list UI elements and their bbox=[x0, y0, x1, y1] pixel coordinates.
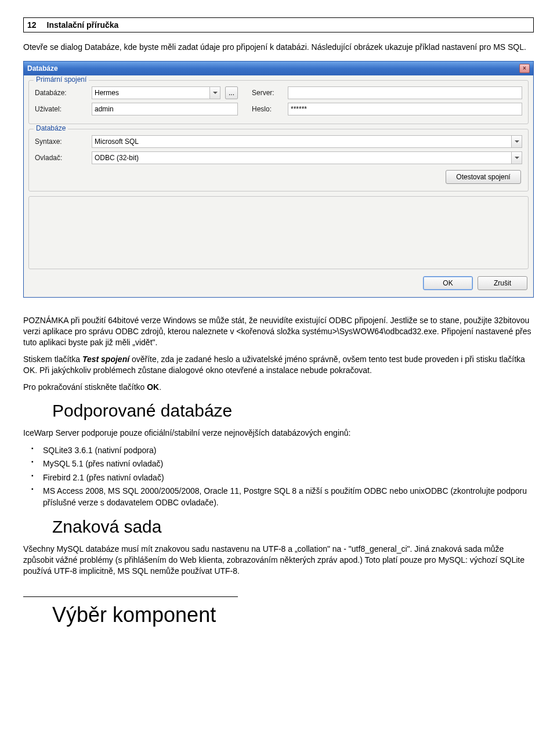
chevron-down-icon[interactable] bbox=[209, 87, 220, 99]
chevron-down-icon[interactable] bbox=[511, 152, 522, 164]
dialog-title: Databáze bbox=[27, 64, 58, 73]
database-legend: Databáze bbox=[34, 124, 68, 132]
server-input[interactable] bbox=[288, 86, 522, 99]
password-input[interactable] bbox=[288, 103, 522, 115]
browse-button[interactable]: ... bbox=[225, 86, 238, 99]
component-selection-heading: Výběr komponent bbox=[52, 603, 534, 627]
syntax-combobox[interactable]: Microsoft SQL bbox=[92, 135, 522, 148]
primary-legend: Primární spojení bbox=[34, 75, 89, 84]
database-group: Databáze Syntaxe: Microsoft SQL Ovladač: bbox=[28, 129, 529, 191]
charset-paragraph: Všechny MySQL databáze musí mít znakovou… bbox=[23, 544, 534, 577]
database-combobox[interactable]: Hermes bbox=[92, 86, 220, 99]
chevron-down-icon[interactable] bbox=[511, 136, 522, 147]
list-item: Firebird 2.1 (přes nativní ovladač) bbox=[23, 472, 534, 483]
test-connection-button[interactable]: Otestovat spojení bbox=[446, 170, 521, 184]
primary-connection-group: Primární spojení Databáze: Hermes ... Se… bbox=[28, 80, 529, 124]
syntax-label: Syntaxe: bbox=[35, 138, 87, 146]
intro-paragraph: Otevře se dialog Databáze, kde byste měl… bbox=[23, 42, 534, 53]
cancel-button[interactable]: Zrušit bbox=[478, 276, 527, 290]
ok-button[interactable]: OK bbox=[423, 276, 473, 290]
database-dialog: Databáze × Primární spojení Databáze: He… bbox=[23, 61, 534, 298]
supported-db-list: SQLite3 3.6.1 (nativní podpora) MySQL 5.… bbox=[23, 444, 534, 508]
page-number: 12 bbox=[27, 20, 37, 30]
test-paragraph: Stiskem tlačítka Test spojení ověříte, z… bbox=[23, 354, 534, 376]
charset-heading: Znaková sada bbox=[52, 517, 534, 537]
close-icon[interactable]: × bbox=[519, 64, 530, 73]
database-label: Databáze: bbox=[35, 89, 87, 97]
password-label: Heslo: bbox=[252, 105, 283, 113]
dialog-titlebar[interactable]: Databáze × bbox=[24, 62, 533, 75]
list-item: MS Access 2008, MS SQL 2000/2005/2008, O… bbox=[23, 485, 534, 509]
list-item: SQLite3 3.6.1 (nativní podpora) bbox=[23, 444, 534, 456]
list-item: MySQL 5.1 (přes nativní ovladač) bbox=[23, 458, 534, 469]
server-label: Server: bbox=[252, 89, 283, 97]
footer-rule bbox=[23, 596, 238, 597]
driver-label: Ovladač: bbox=[35, 154, 87, 162]
ok-paragraph: Pro pokračování stiskněte tlačítko OK. bbox=[23, 382, 534, 393]
empty-panel bbox=[28, 196, 529, 269]
page-header: 12 Instalační příručka bbox=[23, 17, 534, 32]
doc-title: Instalační příručka bbox=[47, 20, 119, 30]
user-label: Uživatel: bbox=[35, 105, 87, 113]
supported-db-heading: Podporované databáze bbox=[52, 401, 534, 421]
driver-combobox[interactable]: ODBC (32-bit) bbox=[92, 151, 522, 164]
supported-db-intro: IceWarp Server podporuje pouze oficiální… bbox=[23, 428, 534, 439]
user-input[interactable] bbox=[92, 103, 238, 115]
note-paragraph: POZNÁMKA při použití 64bitové verze Wind… bbox=[23, 315, 534, 348]
